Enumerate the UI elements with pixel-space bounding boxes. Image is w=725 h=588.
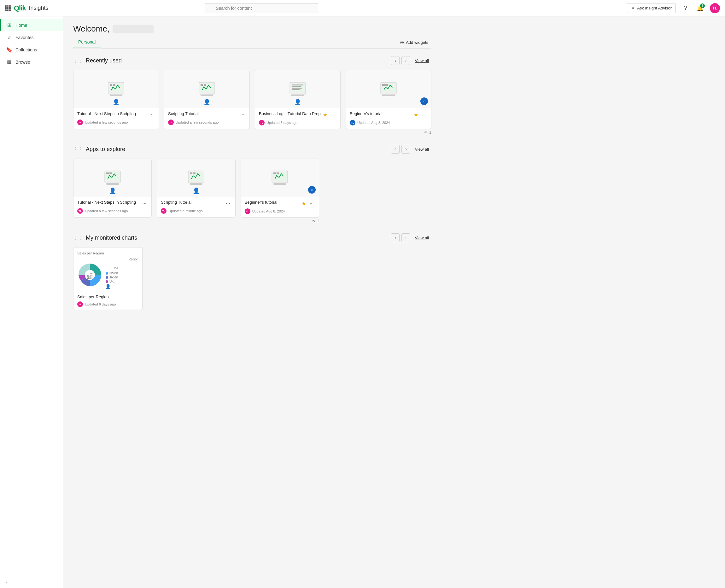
badge-icon: ○: [311, 188, 313, 192]
card-meta: TL Updated a few seconds ago: [77, 120, 155, 125]
recently-used-card-2[interactable]: 👤 Scripting Tutorial ···: [164, 70, 250, 129]
recently-used-card-3[interactable]: 👤 Business Logic Tutorial Data Prep ★ ··…: [255, 70, 340, 129]
tab-personal[interactable]: Personal: [73, 36, 101, 48]
svg-text:26.9%: 26.9%: [87, 277, 92, 279]
card-title: Tutorial - Next Steps in Scripting: [77, 200, 141, 205]
more-options-button[interactable]: ···: [421, 112, 427, 119]
avatar[interactable]: TL: [710, 3, 720, 13]
svg-rect-35: [276, 172, 279, 174]
view-all-recently-used[interactable]: View all: [412, 58, 431, 63]
card-updated: Updated a few seconds ago: [175, 121, 219, 124]
help-button[interactable]: ?: [681, 3, 690, 13]
welcome-name: [112, 25, 153, 33]
card-title-row: Scripting Tutorial ···: [161, 200, 231, 207]
svg-rect-34: [273, 172, 276, 174]
sidebar-item-home[interactable]: ⊞ Home: [0, 19, 63, 31]
next-arrow-apps[interactable]: ›: [401, 145, 410, 153]
drag-handle-icon[interactable]: ⋮⋮: [73, 146, 83, 152]
recently-used-card-1[interactable]: 👤 Tutorial - Next Steps in Scripting ···: [73, 70, 159, 129]
card-title: Scripting Tutorial: [161, 200, 225, 205]
more-options-button[interactable]: ···: [308, 200, 315, 207]
advisor-icon: ✦: [631, 5, 635, 11]
legend-nordic: Nordic: [106, 271, 119, 275]
drag-handle-icon[interactable]: ⋮⋮: [73, 235, 83, 241]
usa-label: USA: [106, 267, 119, 270]
card-meta: TL Updated 6 days ago: [259, 120, 336, 125]
search-input[interactable]: [205, 3, 318, 13]
recently-used-cards: 👤 Tutorial - Next Steps in Scripting ···: [73, 70, 431, 129]
card-footer: Beginner's tutorial ★ ··· TL Updated Aug…: [346, 108, 431, 129]
pie-chart-svg: 3.3% 11.3% 26.9%: [77, 262, 103, 288]
svg-rect-25: [109, 172, 112, 174]
qlik-logo: Qlik: [14, 4, 26, 12]
svg-text:3.3%: 3.3%: [88, 272, 93, 275]
add-widgets-button[interactable]: ⊕ Add widgets: [397, 38, 431, 47]
card-footer: Scripting Tutorial ··· TL Updated a minu…: [157, 197, 235, 217]
sidebar-item-collections[interactable]: 🔖 Collections: [0, 43, 63, 56]
more-options-button[interactable]: ···: [141, 200, 148, 207]
sidebar-item-favorites[interactable]: ☆ Favorites: [0, 31, 63, 43]
prev-arrow-recently-used[interactable]: ‹: [391, 56, 399, 65]
drag-handle-icon[interactable]: ⋮⋮: [73, 58, 83, 64]
app-card-3[interactable]: ○ Beginner's tutorial ★ ···: [241, 159, 319, 217]
user-icon: 👤: [105, 284, 111, 289]
card-actions: ···: [148, 111, 155, 118]
card-avatar: TL: [168, 120, 174, 125]
chart-footer: Sales per Region ··· TL Updated 6 days a…: [74, 292, 142, 310]
prev-arrow-charts[interactable]: ‹: [391, 233, 399, 242]
chart-card-1[interactable]: Sales per Region Region: [73, 247, 143, 310]
grid-menu-icon[interactable]: [5, 5, 11, 11]
next-arrow-recently-used[interactable]: ›: [401, 56, 410, 65]
svg-rect-12: [292, 84, 303, 85]
view-all-charts[interactable]: View all: [412, 235, 431, 240]
more-options-button[interactable]: ···: [148, 111, 155, 118]
app-icon: [270, 170, 289, 186]
more-options-button[interactable]: ···: [239, 111, 246, 118]
star-button[interactable]: ★: [413, 111, 419, 119]
card-meta: TL Updated Aug 8, 2024: [245, 208, 315, 214]
card-meta: TL Updated a few seconds ago: [77, 208, 148, 214]
svg-rect-7: [201, 84, 203, 86]
recently-used-title: Recently used: [86, 57, 122, 64]
sidebar-item-label: Collections: [16, 47, 37, 52]
views-count-recently-used: 👁 1: [73, 130, 431, 134]
pie-legend: USA Nordic Japan: [106, 267, 119, 283]
card-actions: ···: [141, 200, 148, 207]
card-actions: ★ ···: [413, 111, 427, 119]
card-footer: Tutorial - Next Steps in Scripting ··· T…: [74, 197, 151, 217]
card-avatar: TL: [77, 301, 83, 307]
japan-label: Japan: [109, 276, 118, 279]
nordic-dot: [106, 272, 108, 275]
app-card-2[interactable]: 👤 Scripting Tutorial ···: [157, 159, 235, 217]
more-options-button[interactable]: ···: [225, 200, 231, 207]
card-preview: 👤: [74, 70, 159, 108]
svg-rect-16: [291, 94, 304, 96]
card-title-row: Sales per Region ···: [77, 294, 139, 301]
star-button[interactable]: ★: [322, 111, 329, 119]
top-bar: Qlik Insights ⚲ ✦ Ask Insight Advisor ? …: [0, 0, 725, 16]
recently-used-card-4[interactable]: ○ Beginner's tutorial ★ ···: [346, 70, 431, 129]
next-arrow-charts[interactable]: ›: [401, 233, 410, 242]
collapse-button[interactable]: ←: [5, 580, 58, 584]
app-icon: [288, 81, 307, 97]
more-options-button[interactable]: ···: [330, 112, 336, 119]
more-options-chart-button[interactable]: ···: [132, 294, 139, 301]
ask-advisor-button[interactable]: ✦ Ask Insight Advisor: [627, 3, 676, 13]
card-updated: Updated 6 days ago: [267, 121, 297, 125]
card-title-row: Tutorial - Next Steps in Scripting ···: [77, 111, 155, 118]
svg-rect-36: [273, 183, 286, 185]
view-all-apps[interactable]: View all: [412, 147, 431, 152]
prev-arrow-apps[interactable]: ‹: [391, 145, 399, 153]
legend-uk: UK: [106, 280, 119, 283]
card-avatar: TL: [161, 208, 166, 214]
card-footer: Scripting Tutorial ··· TL Updated a few …: [164, 108, 249, 128]
notification-badge: 1: [700, 3, 705, 8]
app-card-1[interactable]: 👤 Tutorial - Next Steps in Scripting ···: [73, 159, 152, 217]
browse-icon: ▦: [6, 59, 12, 65]
uk-dot: [106, 280, 108, 283]
sidebar-item-browse[interactable]: ▦ Browse: [0, 56, 63, 68]
star-button[interactable]: ★: [300, 200, 307, 207]
notifications-button[interactable]: 🔔 1: [696, 3, 705, 13]
card-updated: Updated Aug 8, 2024: [252, 209, 285, 213]
chart-updated: Updated 6 days ago: [85, 302, 116, 306]
